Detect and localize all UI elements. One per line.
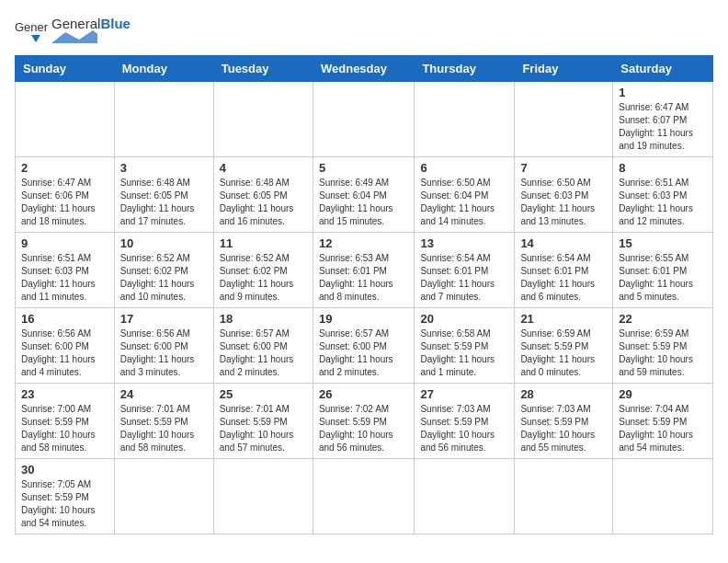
day-info: Sunrise: 6:48 AM Sunset: 6:05 PM Dayligh…	[120, 177, 208, 228]
weekday-header-monday: Monday	[114, 56, 213, 82]
calendar-cell	[16, 82, 115, 157]
calendar-week-row-4: 23Sunrise: 7:00 AM Sunset: 5:59 PM Dayli…	[16, 384, 713, 459]
calendar-cell: 19Sunrise: 6:57 AM Sunset: 6:00 PM Dayli…	[313, 308, 414, 384]
day-number: 19	[319, 312, 408, 326]
day-number: 20	[420, 312, 508, 326]
calendar-week-row-2: 9Sunrise: 6:51 AM Sunset: 6:03 PM Daylig…	[16, 233, 713, 308]
header: General GeneralBlue	[15, 15, 713, 48]
day-info: Sunrise: 6:59 AM Sunset: 5:59 PM Dayligh…	[619, 327, 707, 379]
day-info: Sunrise: 6:52 AM Sunset: 6:02 PM Dayligh…	[120, 252, 208, 304]
day-number: 29	[619, 387, 707, 401]
day-number: 27	[420, 387, 508, 401]
calendar-cell	[313, 82, 414, 157]
day-info: Sunrise: 7:01 AM Sunset: 5:59 PM Dayligh…	[120, 403, 208, 454]
page: General GeneralBlue SundayMondayTue	[0, 0, 728, 549]
calendar-week-row-3: 16Sunrise: 6:56 AM Sunset: 6:00 PM Dayli…	[16, 308, 713, 384]
calendar-cell: 2Sunrise: 6:47 AM Sunset: 6:06 PM Daylig…	[16, 157, 115, 233]
calendar-cell	[213, 82, 313, 157]
day-info: Sunrise: 7:01 AM Sunset: 5:59 PM Dayligh…	[220, 403, 307, 454]
calendar-cell: 28Sunrise: 7:03 AM Sunset: 5:59 PM Dayli…	[515, 384, 613, 459]
calendar-cell: 18Sunrise: 6:57 AM Sunset: 6:00 PM Dayli…	[213, 308, 313, 384]
calendar-cell	[515, 82, 613, 157]
day-info: Sunrise: 7:03 AM Sunset: 5:59 PM Dayligh…	[520, 403, 607, 454]
calendar-week-row-5: 30Sunrise: 7:05 AM Sunset: 5:59 PM Dayli…	[16, 459, 713, 534]
calendar-cell	[515, 459, 613, 534]
logo-icon: General	[15, 15, 48, 48]
day-info: Sunrise: 6:47 AM Sunset: 6:07 PM Dayligh…	[619, 101, 707, 153]
day-number: 30	[21, 463, 108, 477]
day-info: Sunrise: 6:48 AM Sunset: 6:05 PM Dayligh…	[220, 177, 307, 228]
calendar-cell	[114, 459, 213, 534]
day-info: Sunrise: 6:54 AM Sunset: 6:01 PM Dayligh…	[420, 252, 508, 304]
day-info: Sunrise: 6:53 AM Sunset: 6:01 PM Dayligh…	[319, 252, 408, 304]
day-number: 7	[520, 161, 607, 175]
day-number: 14	[520, 236, 607, 250]
day-number: 25	[220, 387, 307, 401]
calendar-cell: 3Sunrise: 6:48 AM Sunset: 6:05 PM Daylig…	[114, 157, 213, 233]
day-info: Sunrise: 7:03 AM Sunset: 5:59 PM Dayligh…	[420, 403, 508, 454]
weekday-header-tuesday: Tuesday	[213, 56, 313, 82]
weekday-header-thursday: Thursday	[415, 56, 515, 82]
day-info: Sunrise: 6:57 AM Sunset: 6:00 PM Dayligh…	[319, 327, 408, 379]
calendar-week-row-0: 1Sunrise: 6:47 AM Sunset: 6:07 PM Daylig…	[16, 82, 713, 157]
calendar-cell: 14Sunrise: 6:54 AM Sunset: 6:01 PM Dayli…	[515, 233, 613, 308]
day-number: 6	[420, 161, 508, 175]
day-number: 21	[520, 312, 607, 326]
svg-marker-2	[51, 30, 97, 43]
calendar-cell: 9Sunrise: 6:51 AM Sunset: 6:03 PM Daylig…	[16, 233, 115, 308]
day-info: Sunrise: 6:55 AM Sunset: 6:01 PM Dayligh…	[619, 252, 707, 304]
calendar-cell	[415, 459, 515, 534]
svg-marker-1	[31, 35, 40, 42]
day-number: 11	[220, 236, 307, 250]
calendar-cell: 17Sunrise: 6:56 AM Sunset: 6:00 PM Dayli…	[114, 308, 213, 384]
day-number: 9	[21, 236, 108, 250]
day-number: 8	[619, 161, 707, 175]
day-info: Sunrise: 6:56 AM Sunset: 6:00 PM Dayligh…	[120, 327, 208, 379]
day-number: 3	[120, 161, 208, 175]
calendar-cell: 23Sunrise: 7:00 AM Sunset: 5:59 PM Dayli…	[16, 384, 115, 459]
calendar-cell: 30Sunrise: 7:05 AM Sunset: 5:59 PM Dayli…	[16, 459, 115, 534]
day-info: Sunrise: 6:59 AM Sunset: 5:59 PM Dayligh…	[520, 327, 607, 379]
calendar-cell	[114, 82, 213, 157]
day-number: 24	[120, 387, 208, 401]
calendar-cell	[613, 459, 713, 534]
day-number: 23	[21, 387, 108, 401]
day-number: 18	[220, 312, 307, 326]
calendar-cell: 26Sunrise: 7:02 AM Sunset: 5:59 PM Dayli…	[313, 384, 414, 459]
day-info: Sunrise: 6:47 AM Sunset: 6:06 PM Dayligh…	[21, 177, 108, 228]
calendar-cell: 20Sunrise: 6:58 AM Sunset: 5:59 PM Dayli…	[415, 308, 515, 384]
calendar-cell	[213, 459, 313, 534]
day-info: Sunrise: 7:02 AM Sunset: 5:59 PM Dayligh…	[319, 403, 408, 454]
day-number: 5	[319, 161, 408, 175]
calendar-cell: 21Sunrise: 6:59 AM Sunset: 5:59 PM Dayli…	[515, 308, 613, 384]
day-info: Sunrise: 6:49 AM Sunset: 6:04 PM Dayligh…	[319, 177, 408, 228]
day-number: 26	[319, 387, 408, 401]
weekday-header-wednesday: Wednesday	[313, 56, 414, 82]
calendar-cell: 5Sunrise: 6:49 AM Sunset: 6:04 PM Daylig…	[313, 157, 414, 233]
day-number: 22	[619, 312, 707, 326]
day-info: Sunrise: 7:04 AM Sunset: 5:59 PM Dayligh…	[619, 403, 707, 454]
calendar-cell: 11Sunrise: 6:52 AM Sunset: 6:02 PM Dayli…	[213, 233, 313, 308]
day-number: 28	[520, 387, 607, 401]
calendar-cell	[313, 459, 414, 534]
day-number: 1	[619, 86, 707, 99]
svg-text:General: General	[15, 20, 48, 34]
calendar-header-row: SundayMondayTuesdayWednesdayThursdayFrid…	[16, 56, 713, 82]
weekday-header-friday: Friday	[515, 56, 613, 82]
day-info: Sunrise: 6:51 AM Sunset: 6:03 PM Dayligh…	[21, 252, 108, 304]
day-info: Sunrise: 6:51 AM Sunset: 6:03 PM Dayligh…	[619, 177, 707, 228]
day-number: 16	[21, 312, 108, 326]
calendar-cell: 22Sunrise: 6:59 AM Sunset: 5:59 PM Dayli…	[613, 308, 713, 384]
day-info: Sunrise: 7:00 AM Sunset: 5:59 PM Dayligh…	[21, 403, 108, 454]
day-info: Sunrise: 6:50 AM Sunset: 6:03 PM Dayligh…	[520, 177, 607, 228]
weekday-header-sunday: Sunday	[16, 56, 115, 82]
weekday-header-saturday: Saturday	[613, 56, 713, 82]
logo: General GeneralBlue	[15, 15, 131, 48]
calendar-cell: 7Sunrise: 6:50 AM Sunset: 6:03 PM Daylig…	[515, 157, 613, 233]
calendar-table: SundayMondayTuesdayWednesdayThursdayFrid…	[15, 55, 713, 534]
day-info: Sunrise: 6:58 AM Sunset: 5:59 PM Dayligh…	[420, 327, 508, 379]
day-number: 15	[619, 236, 707, 250]
day-number: 4	[220, 161, 307, 175]
calendar-cell: 24Sunrise: 7:01 AM Sunset: 5:59 PM Dayli…	[114, 384, 213, 459]
calendar-cell	[415, 82, 515, 157]
